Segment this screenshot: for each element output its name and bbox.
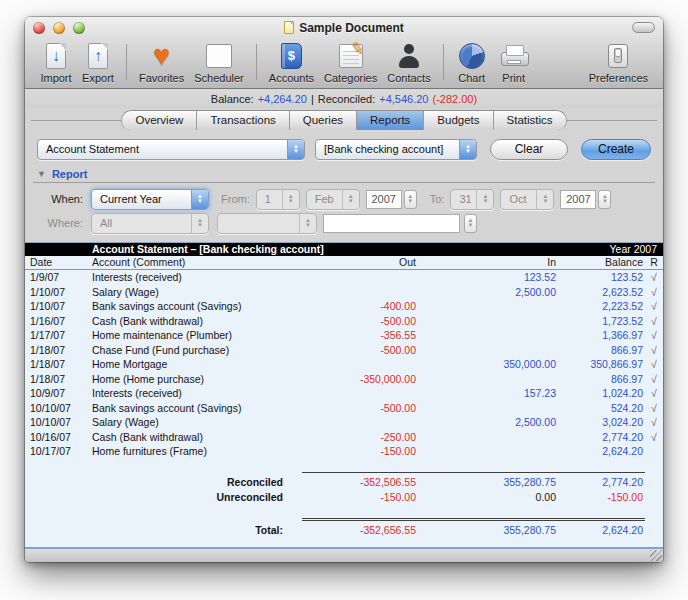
popup-arrows-icon: ▲▼ [536,190,553,209]
popup-arrows-icon: ▲▼ [459,140,476,159]
from-label: From: [221,193,250,205]
table-row: 10/9/07 Interests (received) 157.23 1,02… [25,386,663,401]
tab-overview[interactable]: Overview [122,111,197,130]
where-popup: All ▲▼ [91,213,209,234]
contacts-button[interactable]: Contacts [382,40,435,84]
grand-total-rule [302,518,645,521]
when-label: When: [37,193,83,205]
toolbar-toggle-button[interactable] [632,22,655,33]
tab-transactions[interactable]: Transactions [197,111,289,130]
when-popup[interactable]: Current Year ▲▼ [91,189,209,210]
heart-icon: ♥ [146,41,178,70]
window-footer [25,549,663,562]
table-row: 10/10/07 Bank savings account (Savings) … [25,401,663,416]
table-row: 1/18/07 Home (Home purchase) -350,000.00… [25,372,663,387]
tab-budgets[interactable]: Budgets [424,111,493,130]
statement-period: Year 2007 [610,243,664,256]
chart-button[interactable]: Chart [451,40,493,84]
window-title: Sample Document [299,21,404,35]
report-disclosure[interactable]: ▼ Report [25,165,663,182]
reconciled-check-icon: √ [646,357,662,372]
tab-queries[interactable]: Queries [290,111,357,130]
toolbar-separator [126,44,127,80]
resize-grip[interactable] [650,550,662,561]
calendar-icon [203,41,235,70]
unreconciled-total-row: Unreconciled -150.00 0.00 -150.00 [25,490,663,505]
export-button[interactable]: ↑ Export [77,40,119,84]
reconciled-check-icon: √ [646,328,662,343]
reconciled-label: Reconciled: [318,93,375,105]
accounts-button[interactable]: $ Accounts [264,40,319,84]
account-book-icon: $ [275,41,307,70]
separator: | [311,93,314,105]
zoom-button[interactable] [73,22,85,34]
statement-title-band: Account Statement – [Bank checking accou… [25,243,663,256]
window-controls [33,22,85,34]
statement-title: Account Statement – [Bank checking accou… [25,243,324,256]
reconciled-check-icon: √ [646,401,662,416]
report-type-popup[interactable]: Account Statement ▲▼ [37,139,305,160]
title-bar[interactable]: Sample Document [25,17,663,38]
close-button[interactable] [33,22,45,34]
table-row: 1/16/07 Cash (Bank withdrawal) -500.00 1… [25,314,663,329]
reconciled-check-icon: √ [646,386,662,401]
statement-report: Account Statement – [Bank checking accou… [25,242,663,549]
popup-arrows-icon: ▲▼ [476,190,493,209]
categories-button[interactable]: ✎ Categories [319,40,382,84]
popup-arrows-icon: ▲▼ [342,190,359,209]
tab-segments: Overview Transactions Queries Reports Bu… [122,111,565,130]
tab-statistics[interactable]: Statistics [494,111,566,130]
where-row: Where: All ▲▼ ▲▼ ▲▼ [25,211,663,235]
account-popup[interactable]: [Bank checking account] ▲▼ [315,139,477,160]
reconciled-check-icon: √ [646,430,662,445]
to-label: To: [430,193,445,205]
reconciled-value: +4,546.20 [379,93,428,105]
balance-value: +4,264.20 [258,93,307,105]
reconciled-total-row: Reconciled -352,506.55 355,280.75 2,774.… [25,475,663,490]
reconciled-check-icon: √ [646,415,662,430]
create-button[interactable]: Create [581,139,651,160]
clear-button[interactable]: Clear [490,139,568,160]
table-row: 1/9/07 Interests (received) 123.52 123.5… [25,270,663,285]
col-balance: Balance [559,256,646,269]
popup-arrows-icon: ▲▼ [191,214,208,233]
balance-summary-bar: Balance: +4,264.20 | Reconciled: +4,546.… [25,89,663,108]
app-window: Sample Document ↓ Import ↑ Export ♥ Favo… [25,17,663,562]
reconciled-check-icon: √ [646,372,662,387]
from-year-field: 2007 [366,190,402,209]
table-row: 10/17/07 Home furnitures (Frame) -150.00… [25,444,663,459]
window-title-area: Sample Document [25,21,663,35]
reconciled-check-icon: √ [646,270,662,285]
printer-icon [498,41,530,70]
where-operator-popup: ▲▼ [217,213,317,234]
when-row: When: Current Year ▲▼ From: 1 ▲▼ Feb ▲▼ … [25,187,663,211]
disclosure-triangle-icon[interactable]: ▼ [37,169,46,179]
tab-reports[interactable]: Reports [357,111,424,130]
toolbar-separator [256,44,257,80]
popup-arrows-icon: ▲▼ [191,190,208,209]
tab-bar: Overview Transactions Queries Reports Bu… [25,108,663,133]
reconciled-diff: (-282.00) [433,93,478,105]
table-row: 10/16/07 Cash (Bank withdrawal) -250.00 … [25,430,663,445]
toolbar-separator [443,44,444,80]
import-button[interactable]: ↓ Import [35,40,77,84]
table-row: 1/18/07 Chase Fund (Fund purchase) -500.… [25,343,663,358]
reconciled-check-icon: √ [646,314,662,329]
scheduler-button[interactable]: Scheduler [189,40,249,84]
table-row: 1/10/07 Bank savings account (Savings) -… [25,299,663,314]
preferences-button[interactable]: Preferences [584,40,653,84]
where-query-field[interactable] [323,214,460,233]
export-icon: ↑ [82,41,114,70]
table-row: 1/17/07 Home maintenance (Plumber) -356.… [25,328,663,343]
table-row: 1/18/07 Home Mortgage 350,000.00 350,866… [25,357,663,372]
to-month-popup: Oct ▲▼ [500,189,554,210]
from-day-popup: 1 ▲▼ [256,189,300,210]
col-date: Date [25,256,88,269]
grand-total-row: Total: -352,656.55 355,280.75 2,624.20 [25,523,663,538]
print-button[interactable]: Print [493,40,535,84]
balance-label: Balance: [211,93,254,105]
minimize-button[interactable] [53,22,65,34]
disclosure-label: Report [52,168,87,180]
toolbar-spacer [535,40,584,84]
favorites-button[interactable]: ♥ Favorites [134,40,189,84]
